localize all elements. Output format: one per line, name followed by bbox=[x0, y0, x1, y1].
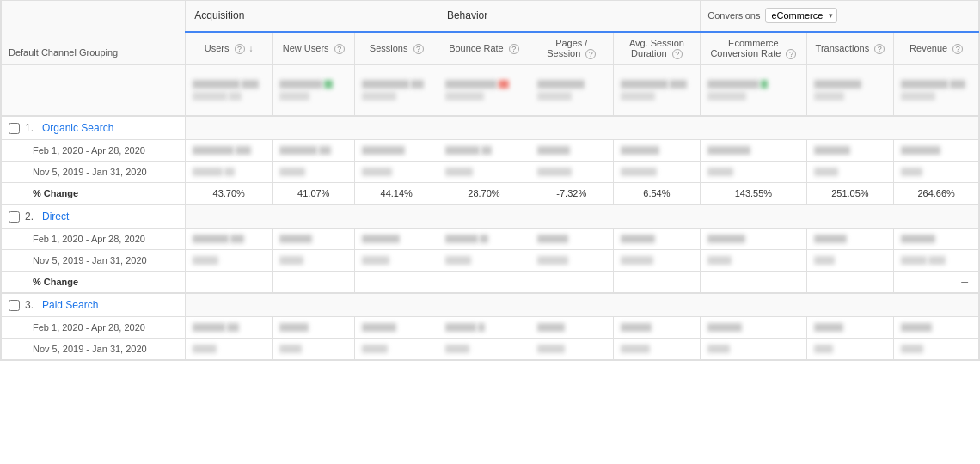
transactions-help-icon[interactable]: ? bbox=[874, 44, 885, 54]
organic-search-date2: Nov 5, 2019 - Jan 31, 2020 bbox=[33, 167, 147, 177]
os-d1-pages-bar bbox=[537, 146, 605, 155]
ecommerce-dropdown-wrap[interactable]: eCommerce bbox=[765, 8, 837, 23]
revenue-help-icon[interactable]: ? bbox=[952, 44, 963, 54]
pages-help-icon[interactable]: ? bbox=[585, 49, 596, 59]
os-d2-transactions-bar bbox=[814, 168, 887, 176]
paid-search-date1-row: Feb 1, 2020 - Apr 28, 2020 bbox=[2, 317, 979, 339]
direct-change-revenue: ─ bbox=[961, 277, 968, 287]
os-d2-ecommerce-bar bbox=[707, 168, 799, 176]
ps-d1-avgsess-bar bbox=[621, 323, 694, 332]
ecommerce-aggregate-chart bbox=[707, 80, 799, 89]
new-users-col-header: New Users bbox=[283, 43, 329, 53]
os-change-newusers: 41.07% bbox=[297, 188, 329, 198]
ps-d2-users-bar bbox=[193, 345, 265, 353]
pages-col-header: Pages / Session bbox=[547, 38, 587, 58]
users-sort-icon[interactable]: ↓ bbox=[249, 44, 254, 53]
new-users-help-icon[interactable]: ? bbox=[334, 44, 345, 54]
direct-checkbox[interactable] bbox=[9, 211, 20, 223]
direct-change-row: % Change ─ bbox=[2, 272, 979, 294]
d-d1-bounce-bar bbox=[445, 235, 523, 243]
d-d1-users-bar bbox=[193, 235, 265, 243]
pages-aggregate-chart bbox=[537, 80, 605, 89]
organic-search-row: 1. Organic Search bbox=[2, 116, 979, 140]
direct-change-label: % Change bbox=[33, 277, 78, 287]
new-users-aggregate-chart bbox=[279, 80, 347, 89]
paid-search-date1: Feb 1, 2020 - Apr 28, 2020 bbox=[33, 322, 145, 333]
aggregate-chart-row bbox=[2, 64, 979, 116]
os-d2-revenue-bar bbox=[901, 168, 971, 176]
users-help-icon[interactable]: ? bbox=[235, 44, 245, 54]
bounce-help-icon[interactable]: ? bbox=[509, 44, 519, 54]
os-d2-users-bar bbox=[193, 168, 265, 176]
ps-d1-ecommerce-bar bbox=[707, 323, 799, 332]
analytics-table: Default Channel Grouping Acquisition Beh… bbox=[0, 0, 980, 361]
transactions-aggregate-chart bbox=[814, 80, 887, 89]
d-d2-avgsess-bar bbox=[621, 256, 694, 265]
os-d1-newusers-bar bbox=[279, 146, 347, 155]
os-change-revenue: 264.66% bbox=[917, 188, 954, 198]
paid-search-date2: Nov 5, 2019 - Jan 31, 2020 bbox=[33, 344, 147, 354]
direct-date1-row: Feb 1, 2020 - Apr 28, 2020 bbox=[2, 229, 979, 250]
os-change-bounce: 28.70% bbox=[468, 188, 499, 198]
os-d2-avgsess-bar bbox=[621, 168, 694, 176]
os-d1-users-bar bbox=[193, 146, 265, 155]
revenue-col-header: Revenue bbox=[910, 43, 947, 53]
avgsess-aggregate-chart bbox=[621, 80, 694, 89]
direct-date1: Feb 1, 2020 - Apr 28, 2020 bbox=[33, 234, 145, 244]
acquisition-header: Acquisition bbox=[194, 9, 244, 21]
organic-search-date2-row: Nov 5, 2019 - Jan 31, 2020 bbox=[2, 162, 979, 183]
paid-search-checkbox[interactable] bbox=[9, 300, 20, 311]
os-d2-pages-bar bbox=[537, 168, 605, 176]
ps-d2-transactions-bar bbox=[814, 345, 887, 353]
ecommerce-rate-help-icon[interactable]: ? bbox=[786, 49, 796, 59]
organic-search-change-row: % Change 43.70% 41.07% 44.14% 28.70% -7.… bbox=[2, 183, 979, 205]
ps-d2-pages-bar bbox=[537, 345, 605, 353]
organic-search-date1: Feb 1, 2020 - Apr 28, 2020 bbox=[33, 145, 145, 156]
ps-d2-newusers-bar bbox=[279, 345, 347, 353]
d-d1-avgsess-bar bbox=[621, 235, 694, 243]
os-change-users: 43.70% bbox=[213, 188, 245, 198]
os-d1-ecommerce-bar bbox=[707, 146, 799, 155]
ecommerce-select[interactable]: eCommerce bbox=[765, 8, 837, 23]
ps-d1-users-bar bbox=[193, 323, 265, 332]
organic-search-checkbox[interactable] bbox=[9, 123, 20, 134]
d-d1-pages-bar bbox=[537, 235, 605, 243]
sessions-col-header: Sessions bbox=[370, 43, 408, 53]
paid-search-number: 3. bbox=[25, 299, 34, 311]
os-change-avgsess: 6.54% bbox=[643, 188, 670, 198]
conversions-label: Conversions bbox=[707, 10, 760, 21]
os-d1-revenue-bar bbox=[901, 146, 971, 155]
users-col-header: Users bbox=[205, 43, 230, 53]
transactions-col-header: Transactions bbox=[816, 43, 870, 53]
organic-search-link[interactable]: Organic Search bbox=[42, 122, 113, 134]
ps-d1-newusers-bar bbox=[279, 323, 347, 332]
direct-row: 2. Direct bbox=[2, 205, 979, 229]
d-d2-bounce-bar bbox=[445, 256, 523, 265]
ps-d2-revenue-bar bbox=[901, 345, 971, 353]
bounce-aggregate-chart bbox=[445, 80, 523, 89]
d-d1-newusers-bar bbox=[279, 235, 347, 243]
avgsess-help-icon[interactable]: ? bbox=[672, 49, 683, 59]
sessions-help-icon[interactable]: ? bbox=[413, 44, 424, 54]
os-d2-sessions-bar bbox=[362, 168, 430, 176]
ecommerce-rate-col-header: Ecommerce Conversion Rate bbox=[710, 38, 781, 58]
os-d1-bounce-bar bbox=[445, 146, 523, 155]
os-d2-bounce-bar bbox=[445, 168, 523, 176]
os-change-transactions: 251.05% bbox=[831, 188, 868, 198]
direct-link[interactable]: Direct bbox=[42, 211, 69, 223]
ps-d2-avgsess-bar bbox=[621, 345, 694, 353]
users-aggregate-chart bbox=[193, 80, 265, 89]
d-d1-ecommerce-bar bbox=[707, 235, 799, 243]
d-d2-ecommerce-bar bbox=[707, 256, 799, 265]
d-d2-pages-bar bbox=[537, 256, 605, 265]
os-d1-sessions-bar bbox=[362, 146, 430, 155]
bounce-col-header: Bounce Rate bbox=[449, 43, 504, 53]
os-change-sessions: 44.14% bbox=[381, 188, 413, 198]
channel-col-header: Default Channel Grouping bbox=[9, 47, 118, 58]
direct-number: 2. bbox=[25, 211, 34, 223]
ps-d1-sessions-bar bbox=[362, 323, 430, 332]
os-d1-avgsess-bar bbox=[621, 146, 694, 155]
paid-search-link[interactable]: Paid Search bbox=[42, 299, 98, 311]
paid-search-date2-row: Nov 5, 2019 - Jan 31, 2020 bbox=[2, 339, 979, 360]
d-d2-revenue-bar bbox=[901, 256, 971, 265]
